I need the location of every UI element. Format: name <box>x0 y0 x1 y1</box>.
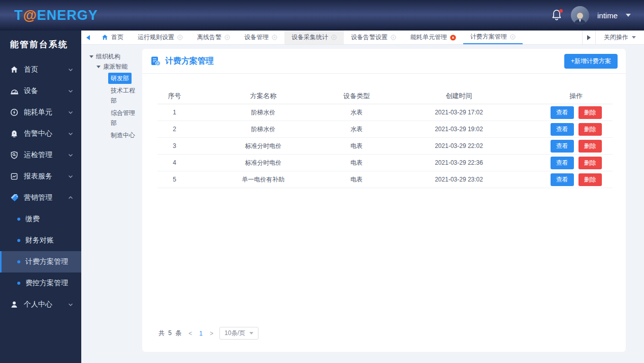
user-menu-caret-icon[interactable] <box>626 14 631 17</box>
close-operations-dropdown[interactable]: 关闭操作 <box>595 31 644 44</box>
view-button[interactable]: 查看 <box>551 173 574 186</box>
tab-home[interactable]: 首页 <box>94 31 131 44</box>
plan-name: 标准分时电价 <box>191 142 335 150</box>
sidebar-subitem-label: 费控方案管理 <box>25 279 68 288</box>
tab-run-rules[interactable]: 运行规则设置 <box>131 31 190 44</box>
created-time: 2021-03-29 22:36 <box>378 159 540 166</box>
home-icon <box>102 34 108 41</box>
tab-device-alarm-settings[interactable]: 设备告警设置 <box>344 31 403 44</box>
sidebar: 能管前台系统 首页 设备 能耗单元 告警中心 运检管理 <box>0 31 81 363</box>
close-icon-red[interactable] <box>450 35 456 41</box>
tree-node-company[interactable]: 康派智能 <box>89 62 142 72</box>
prev-page-icon[interactable]: < <box>187 330 193 337</box>
tabs-scroll-right-icon[interactable] <box>582 31 595 44</box>
add-billing-plan-button[interactable]: +新增计费方案 <box>564 54 618 69</box>
sidebar-item-inspection[interactable]: 运检管理 <box>0 144 81 166</box>
sidebar-subitem-finance-reconciliation[interactable]: 财务对账 <box>0 230 81 251</box>
next-page-icon[interactable]: > <box>209 330 214 337</box>
created-time: 2021-03-29 17:02 <box>378 109 540 116</box>
plan-name: 单一电价有补助 <box>191 175 335 184</box>
user-name[interactable]: intime <box>597 11 618 20</box>
delete-button[interactable]: 删除 <box>578 106 602 119</box>
tree-node-tech-engineering-dept[interactable]: 技术工程部 <box>89 85 142 106</box>
sidebar-item-reports[interactable]: 报表服务 <box>0 166 81 187</box>
tab-device-mgmt[interactable]: 设备管理 <box>237 31 284 44</box>
total-count: 共 5 条 <box>158 329 182 338</box>
tree-node-manufacturing-center[interactable]: 制造中心 <box>89 130 142 141</box>
sidebar-item-marketing[interactable]: 营销管理 <box>0 187 81 208</box>
sidebar-item-home[interactable]: 首页 <box>0 59 81 80</box>
sidebar-item-devices[interactable]: 设备 <box>0 80 81 102</box>
sidebar-subitem-billing-plan[interactable]: 计费方案管理 <box>0 251 81 273</box>
sidebar-subitem-label: 缴费 <box>25 215 40 224</box>
sidebar-item-label: 首页 <box>24 65 68 74</box>
view-button[interactable]: 查看 <box>551 106 574 119</box>
tabs-scroll-left-icon[interactable] <box>81 31 94 44</box>
close-icon[interactable] <box>510 34 516 40</box>
row-index: 4 <box>157 159 191 166</box>
sidebar-subitem-payment[interactable]: 缴费 <box>0 208 81 230</box>
sidebar-item-label: 能耗单元 <box>24 108 68 117</box>
close-icon[interactable] <box>331 35 337 40</box>
org-tree: 组织机构 康派智能 研发部 技术工程部 综合管理部 制造中心 <box>81 45 142 363</box>
inspection-icon <box>10 151 19 160</box>
alarm-center-icon <box>10 130 19 138</box>
tree-node-root[interactable]: 组织机构 <box>89 51 142 62</box>
page-title: 计费方案管理 <box>165 56 214 67</box>
tab-device-collection-stats[interactable]: 设备采集统计 <box>284 31 344 44</box>
col-header-actions: 操作 <box>540 92 613 101</box>
row-index: 1 <box>157 109 191 116</box>
close-icon[interactable] <box>391 35 396 40</box>
tab-bar: 首页 运行规则设置 离线告警 设备管理 设备采集统计 <box>81 31 644 45</box>
sidebar-item-alarm-center[interactable]: 告警中心 <box>0 123 81 144</box>
tree-expand-icon[interactable] <box>96 66 101 68</box>
plan-name: 阶梯水价 <box>191 125 335 134</box>
table-row: 1 阶梯水价 水表 2021-03-29 17:02 查看 删除 <box>157 104 613 121</box>
chevron-down-icon <box>68 302 73 307</box>
tab-billing-plan-mgmt[interactable]: 计费方案管理 <box>463 31 523 44</box>
tab-energy-unit-mgmt[interactable]: 能耗单元管理 <box>403 31 463 44</box>
system-title: 能管前台系统 <box>0 31 81 59</box>
view-button[interactable]: 查看 <box>551 123 574 136</box>
current-page[interactable]: 1 <box>198 330 204 337</box>
sidebar-item-personal-center[interactable]: 个人中心 <box>0 294 81 315</box>
table-row: 5 单一电价有补助 电表 2021-03-29 23:02 查看 删除 <box>157 171 613 188</box>
device-type: 电表 <box>335 142 378 150</box>
sidebar-item-energy-units[interactable]: 能耗单元 <box>0 102 81 123</box>
created-time: 2021-03-29 22:02 <box>378 142 540 149</box>
marketing-icon <box>10 194 19 202</box>
sidebar-item-label: 报表服务 <box>24 172 68 181</box>
report-icon <box>10 172 19 181</box>
bullet-dot-icon <box>17 239 20 242</box>
chevron-down-icon <box>68 153 73 158</box>
sidebar-subitem-fee-control-plan[interactable]: 费控方案管理 <box>0 273 81 294</box>
plan-name: 标准分时电价 <box>191 159 335 167</box>
sidebar-item-label: 告警中心 <box>24 129 68 138</box>
col-header-index: 序号 <box>157 92 191 101</box>
page-size-select[interactable]: 10条/页 <box>219 327 259 340</box>
tab-offline-alarm[interactable]: 离线告警 <box>190 31 237 44</box>
avatar[interactable] <box>571 6 589 24</box>
delete-button[interactable]: 删除 <box>578 123 602 136</box>
tree-node-rd-dept[interactable]: 研发部 <box>89 73 142 84</box>
col-header-plan-name: 方案名称 <box>191 92 335 101</box>
chevron-down-icon <box>68 131 73 136</box>
delete-button[interactable]: 删除 <box>578 173 602 186</box>
view-button[interactable]: 查看 <box>551 157 574 169</box>
notification-bell-icon[interactable] <box>552 9 563 21</box>
col-header-device-type: 设备类型 <box>335 92 378 101</box>
tree-expand-icon[interactable] <box>89 55 93 58</box>
device-type: 电表 <box>335 159 378 167</box>
sidebar-item-label: 运检管理 <box>24 150 68 160</box>
close-icon[interactable] <box>272 35 277 40</box>
close-icon[interactable] <box>177 35 183 40</box>
sidebar-subitem-label: 财务对账 <box>25 236 54 245</box>
row-index: 5 <box>157 176 191 183</box>
tree-node-general-mgmt-dept[interactable]: 综合管理部 <box>89 107 142 129</box>
delete-button[interactable]: 删除 <box>578 140 602 153</box>
delete-button[interactable]: 删除 <box>578 157 602 169</box>
chevron-down-icon <box>68 88 73 94</box>
bullet-dot-icon <box>17 218 20 221</box>
view-button[interactable]: 查看 <box>551 140 574 153</box>
close-icon[interactable] <box>224 35 230 40</box>
